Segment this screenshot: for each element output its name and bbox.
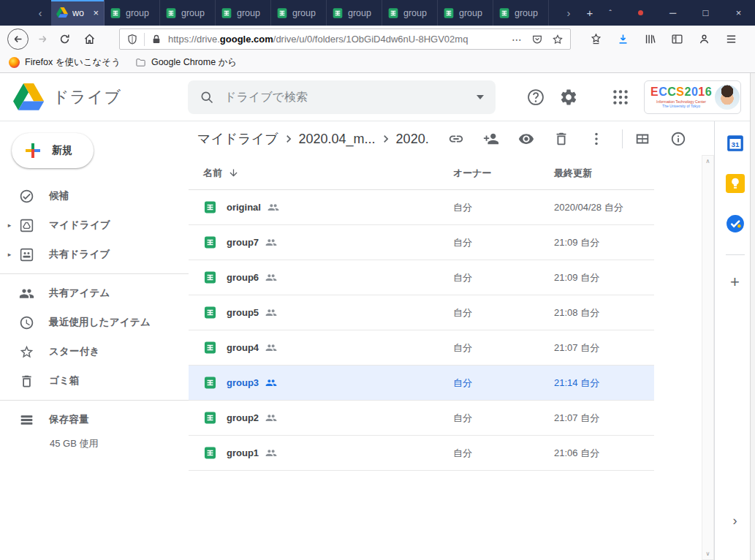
eccs-letter: 0 xyxy=(691,86,698,98)
tab-group[interactable]: group xyxy=(160,0,216,26)
tab-group[interactable]: group xyxy=(438,0,493,26)
tab-group[interactable]: group xyxy=(382,0,438,26)
tab-scroll-right-icon[interactable]: › xyxy=(558,0,580,26)
hide-panel-chevron-icon[interactable]: › xyxy=(733,513,737,529)
sidebar-item-ゴミ箱[interactable]: ゴミ箱 xyxy=(0,366,189,396)
breadcrumb-item[interactable]: 2020. xyxy=(396,132,429,147)
back-icon[interactable] xyxy=(7,29,29,50)
calendar-icon[interactable]: 31 xyxy=(726,134,745,153)
file-row-group1[interactable]: group1自分21:06 自分 xyxy=(189,436,654,471)
maximize-icon[interactable]: □ xyxy=(689,0,722,26)
close-icon[interactable]: × xyxy=(722,0,755,26)
person-add-icon[interactable] xyxy=(483,131,499,147)
column-owner[interactable]: オーナー xyxy=(453,167,554,180)
help-icon[interactable] xyxy=(526,88,545,107)
account-icon[interactable] xyxy=(695,29,713,50)
tab-group[interactable]: group xyxy=(271,0,327,26)
keep-icon[interactable] xyxy=(726,174,745,193)
pocket-icon[interactable] xyxy=(531,34,543,45)
reload-icon[interactable] xyxy=(53,29,75,50)
more-vert-icon[interactable] xyxy=(588,131,604,147)
file-row-group7[interactable]: group7自分21:09 自分 xyxy=(189,225,654,260)
sidebar-item-共有ドライブ[interactable]: ▸共有ドライブ xyxy=(0,240,189,269)
scroll-up-icon[interactable]: ∧ xyxy=(706,158,710,164)
bookmark-item[interactable]: Google Chrome から xyxy=(135,56,237,69)
home-icon[interactable] xyxy=(78,29,100,50)
breadcrumb-item[interactable]: マイドライブ xyxy=(197,130,278,148)
gear-icon[interactable] xyxy=(559,88,578,107)
scroll-down-icon[interactable]: ∨ xyxy=(706,550,710,557)
file-row-group2[interactable]: group2自分21:07 自分 xyxy=(189,401,654,436)
sidebar-item-マイドライブ[interactable]: ▸マイドライブ xyxy=(0,211,189,240)
active-tab[interactable]: wo × xyxy=(51,0,105,26)
sidebar-item-候補[interactable]: 候補 xyxy=(0,181,189,211)
sidebar-item-storage[interactable]: 保存容量 xyxy=(0,405,189,434)
column-name[interactable]: 名前 xyxy=(203,167,222,180)
bookmark-star-icon[interactable] xyxy=(552,34,564,45)
column-modified[interactable]: 最終更新 xyxy=(554,167,654,180)
tab-group[interactable]: group xyxy=(493,0,549,26)
minimize-icon[interactable]: ─ xyxy=(656,0,689,26)
file-row-original[interactable]: original自分2020/04/28 自分 xyxy=(189,190,654,225)
tab-scroll-left-icon[interactable]: ‹ xyxy=(29,0,51,26)
sidebar-item-最近使用したアイテム[interactable]: 最近使用したアイテム xyxy=(0,308,189,337)
search-options-dropdown-icon[interactable] xyxy=(477,95,484,99)
bookmark-item[interactable]: Firefox を使いこなそう xyxy=(9,56,121,69)
new-tab-icon[interactable]: + xyxy=(580,0,600,26)
library-icon[interactable] xyxy=(641,29,659,50)
trash-icon[interactable] xyxy=(553,131,569,147)
plus-icon xyxy=(24,142,42,159)
url-divider xyxy=(144,33,145,46)
tab-close-icon[interactable]: × xyxy=(93,8,99,18)
search-icon[interactable] xyxy=(200,90,214,105)
group-tabs: groupgroupgroupgroupgroupgroupgroupgroup xyxy=(105,0,549,26)
search-input[interactable] xyxy=(224,91,469,104)
file-name: group5 xyxy=(227,307,259,318)
page-scrollbar[interactable] xyxy=(750,73,755,560)
breadcrumb-item[interactable]: 2020.04_m... xyxy=(299,132,376,147)
window-controls: ─ □ × xyxy=(638,0,755,26)
sheets-favicon-icon xyxy=(276,7,288,19)
storage-used: 45 GB 使用 xyxy=(50,437,189,450)
eccs-letter: 2 xyxy=(684,86,691,98)
link-icon[interactable] xyxy=(448,131,464,147)
shield-icon[interactable] xyxy=(126,34,138,45)
bookmarks-menu-icon[interactable] xyxy=(587,29,604,50)
tab-group[interactable]: group xyxy=(105,0,160,26)
file-owner: 自分 xyxy=(453,236,554,249)
apps-grid-icon[interactable] xyxy=(611,88,630,107)
tab-group[interactable]: group xyxy=(216,0,271,26)
forward-icon[interactable] xyxy=(31,29,53,50)
add-addon-icon[interactable]: + xyxy=(730,274,740,290)
file-row-group3[interactable]: group3自分21:14 自分 xyxy=(189,366,654,401)
eye-icon[interactable] xyxy=(518,131,534,147)
file-row-group4[interactable]: group4自分21:07 自分 xyxy=(189,330,654,366)
tasks-icon[interactable] xyxy=(726,214,745,233)
content-scrollbar[interactable]: ∧ ∨ xyxy=(702,155,714,560)
active-tab-label: wo xyxy=(72,8,84,18)
tab-list-dropdown-icon[interactable]: ˆ︎ xyxy=(600,0,621,26)
sidebar-item-共有アイテム[interactable]: 共有アイテム xyxy=(0,279,189,308)
page-actions-icon[interactable]: ⋯ xyxy=(512,34,523,45)
file-owner: 自分 xyxy=(453,377,554,390)
file-row-group5[interactable]: group5自分21:08 自分 xyxy=(189,295,654,330)
account-badge[interactable]: ECCS2016 Information Technology Center T… xyxy=(644,80,741,114)
expand-arrow-icon[interactable]: ▸ xyxy=(0,251,19,258)
drive-logo-icon[interactable] xyxy=(13,83,44,110)
sidebar-toggle-icon[interactable] xyxy=(668,29,686,50)
search-bar[interactable] xyxy=(188,80,496,114)
sidebar-item-スター付き[interactable]: スター付き xyxy=(0,337,189,366)
new-button[interactable]: 新規 xyxy=(12,133,94,168)
sort-descending-icon[interactable] xyxy=(228,167,239,178)
expand-arrow-icon[interactable]: ▸ xyxy=(0,222,19,229)
info-icon[interactable] xyxy=(670,131,686,147)
tab-group[interactable]: group xyxy=(327,0,382,26)
url-bar[interactable]: https://drive.google.com/drive/u/0/folde… xyxy=(119,29,571,50)
grid-view-icon[interactable] xyxy=(634,131,650,147)
lock-icon xyxy=(151,34,162,45)
file-row-group6[interactable]: group6自分21:09 自分 xyxy=(189,260,654,295)
menu-icon[interactable] xyxy=(722,29,740,50)
download-icon[interactable] xyxy=(614,29,631,50)
avatar[interactable] xyxy=(715,85,740,110)
trash-icon xyxy=(19,374,34,389)
